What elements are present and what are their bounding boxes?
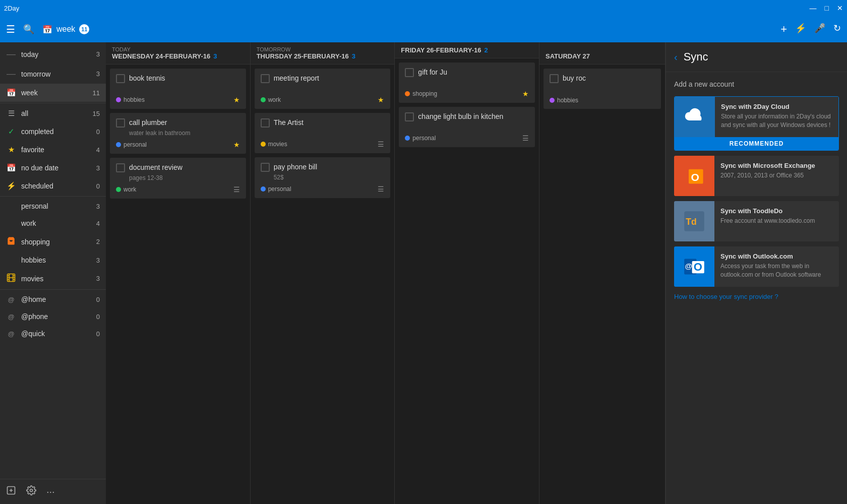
column-saturday: SATURDAY 27 buy roc hobbies [539, 42, 666, 504]
sidebar-favorite-count: 4 [96, 146, 100, 154]
task-checkbox[interactable] [550, 74, 559, 83]
task-footer: work ★ [261, 96, 385, 104]
sync-toodledo-info: Sync with ToodleDo Free account at www.t… [714, 201, 839, 231]
task-footer: work ☰ [116, 185, 240, 194]
task-buy-roc[interactable]: buy roc hobbies [543, 69, 661, 109]
header-actions: + ⚡ 🎤 ↻ [780, 23, 841, 36]
sync-outlook-icon: O @ [674, 246, 714, 287]
task-checkbox[interactable] [116, 118, 125, 128]
menu-icon[interactable]: ☰ [6, 23, 15, 35]
task-menu-icon[interactable]: ☰ [378, 140, 384, 148]
minimize-button[interactable]: — [810, 4, 817, 12]
sync-option-2day-cloud[interactable]: Sync with 2Day Cloud Store all your info… [674, 96, 839, 151]
task-pay-phone-bill[interactable]: pay phone bill 52$ personal ☰ [255, 157, 391, 198]
task-menu-icon[interactable]: ☰ [522, 134, 529, 142]
refresh-icon[interactable]: ↻ [833, 23, 841, 36]
sidebar-item-favorite[interactable]: ★ favorite 4 [0, 141, 106, 159]
task-title: call plumber [129, 118, 240, 127]
sidebar-divider-2 [0, 196, 106, 197]
task-change-light-bulb[interactable]: change light bulb in kitchen personal ☰ [399, 107, 535, 147]
sync-help-link[interactable]: How to choose your sync provider ? [674, 293, 778, 300]
close-button[interactable]: ✕ [837, 4, 843, 12]
task-star[interactable]: ★ [522, 90, 529, 98]
tag-dot [550, 98, 555, 103]
task-checkbox[interactable] [405, 112, 414, 121]
task-star[interactable]: ★ [378, 96, 384, 104]
task-tag: personal [405, 135, 436, 142]
sidebar-item-tomorrow[interactable]: — tomorrow 3 [0, 64, 106, 84]
sidebar-item-home[interactable]: @ @home 0 [0, 291, 106, 308]
sidebar-item-today[interactable]: — today 3 [0, 44, 106, 64]
week-selector[interactable]: 📅 week 11 [42, 24, 89, 34]
sync-header: ‹ Sync [666, 42, 847, 72]
sync-option-toodledo[interactable]: Td Sync with ToodleDo Free account at ww… [674, 201, 839, 241]
sidebar-item-phone[interactable]: @ @phone 0 [0, 308, 106, 325]
day-label-saturday [546, 46, 659, 52]
sidebar: — today 3 — tomorrow 3 📅 week 11 ☰ all 1… [0, 42, 106, 504]
sync-option-office365[interactable]: O Sync with Microsoft Exchange 2007, 201… [674, 156, 839, 196]
settings-icon[interactable] [26, 485, 36, 498]
sidebar-scheduled-count: 0 [96, 182, 100, 190]
task-menu-icon[interactable]: ☰ [233, 185, 240, 194]
sidebar-item-shopping[interactable]: shopping 2 [0, 232, 106, 251]
task-checkbox[interactable] [261, 74, 270, 83]
mic-icon[interactable]: 🎤 [814, 23, 825, 36]
sidebar-item-quick[interactable]: @ @quick 0 [0, 325, 106, 342]
sidebar-item-completed[interactable]: ✓ completed 0 [0, 122, 106, 141]
task-checkbox[interactable] [261, 163, 270, 172]
tag-dot [261, 97, 266, 102]
week-label: week [56, 25, 75, 34]
task-checkbox[interactable] [261, 118, 270, 128]
task-tag: hobbies [550, 97, 578, 104]
task-footer: personal ☰ [405, 134, 529, 142]
task-document-review[interactable]: document review pages 12-38 work ☰ [110, 158, 246, 199]
day-tasks-saturday: buy roc hobbies [539, 65, 665, 504]
sidebar-item-movies[interactable]: movies 3 [0, 269, 106, 288]
task-subtitle: water leak in bathroom [129, 130, 240, 137]
day-tasks-wednesday: book tennis hobbies ★ [106, 65, 250, 504]
add-list-icon[interactable] [6, 485, 16, 498]
sidebar-item-no-due-date[interactable]: 📅 no due date 3 [0, 159, 106, 177]
sidebar-item-hobbies[interactable]: hobbies 3 [0, 251, 106, 269]
day-header-friday: FRIDAY 26-FEBRUARY-16 2 [395, 42, 539, 58]
sync-2day-desc: Store all your information in 2Day's clo… [721, 112, 832, 130]
task-menu-icon[interactable]: ☰ [378, 185, 384, 193]
task-star[interactable]: ★ [233, 141, 240, 149]
task-meeting-report[interactable]: meeting report work ★ [255, 69, 391, 109]
tag-dot [261, 142, 266, 147]
task-title: buy roc [563, 74, 655, 83]
sidebar-item-week[interactable]: 📅 week 11 [0, 84, 106, 102]
day-label-wednesday: Today [112, 46, 244, 52]
task-title: pay phone bill [274, 162, 385, 171]
app-title: 2Day [4, 5, 19, 12]
sync-outlook-title: Sync with Outlook.com [720, 253, 833, 260]
sync-back-button[interactable]: ‹ [674, 51, 678, 63]
sidebar-item-all[interactable]: ☰ all 15 [0, 104, 106, 122]
task-book-tennis[interactable]: book tennis hobbies ★ [110, 69, 246, 109]
sync-toodledo-icon: Td [674, 201, 714, 241]
task-checkbox[interactable] [116, 74, 125, 83]
sidebar-item-work[interactable]: work 4 [0, 215, 106, 232]
sync-option-outlook[interactable]: O @ Sync with Outlook.com Access your ta… [674, 246, 839, 287]
day-columns: Today WEDNESDAY 24-FEBRUARY-16 3 book te… [106, 42, 666, 504]
search-icon[interactable]: 🔍 [23, 24, 34, 35]
add-icon[interactable]: + [780, 23, 787, 36]
task-checkbox[interactable] [405, 68, 414, 77]
task-call-plumber[interactable]: call plumber water leak in bathroom pers… [110, 113, 246, 154]
task-the-artist[interactable]: The Artist movies ☰ [255, 113, 391, 153]
sidebar-all-count: 15 [93, 110, 100, 117]
sidebar-week-count: 11 [93, 89, 100, 97]
task-checkbox[interactable] [116, 163, 125, 172]
sidebar-home-icon: @ [6, 296, 16, 303]
task-star[interactable]: ★ [233, 96, 240, 104]
more-icon[interactable]: ··· [46, 486, 55, 497]
tag-label: shopping [412, 90, 437, 97]
bolt-icon[interactable]: ⚡ [795, 23, 806, 36]
sidebar-item-personal[interactable]: personal 3 [0, 198, 106, 215]
sidebar-no-due-icon: 📅 [6, 163, 16, 172]
maximize-button[interactable]: □ [825, 4, 829, 12]
sidebar-home-label: @home [21, 295, 91, 303]
sync-2day-icon [675, 97, 715, 137]
sidebar-item-scheduled[interactable]: ⚡ scheduled 0 [0, 177, 106, 195]
task-gift-for-ju[interactable]: gift for Ju shopping ★ [399, 62, 535, 103]
